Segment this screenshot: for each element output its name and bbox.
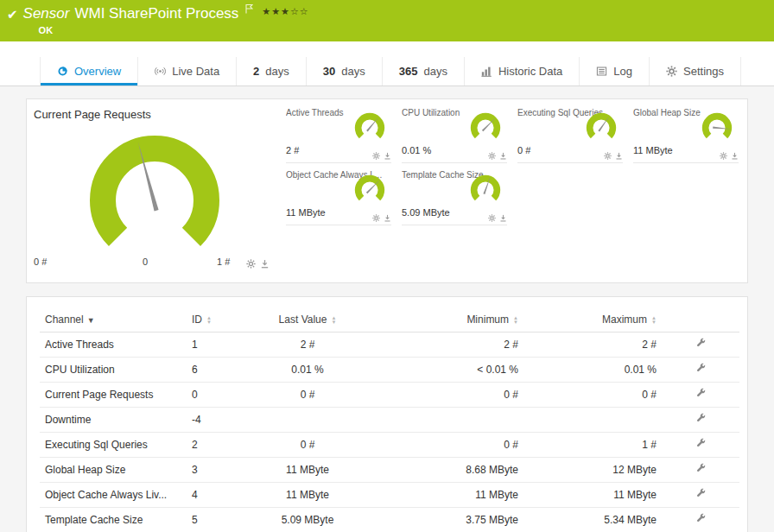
tab-log[interactable]: Log (580, 57, 650, 86)
last-value: 5.09 MByte (256, 508, 359, 532)
last-value: 11 MByte (256, 483, 359, 508)
tab-label: days (423, 65, 447, 78)
channel-settings-icon[interactable] (695, 438, 707, 449)
minimum-value (359, 408, 523, 433)
column-label: Maximum (602, 314, 647, 326)
mini-gauge (350, 111, 390, 147)
channel-id: 2 (187, 433, 256, 458)
primary-gauge-block: Current Page Requests 0 # 0 1 # (27, 99, 286, 282)
column-header-last-value[interactable]: Last Value▲▼ (256, 306, 359, 332)
maximum-value: 2 # (523, 332, 662, 358)
gauge-settings-icon[interactable] (720, 152, 727, 160)
tab-2-days[interactable]: 2days (237, 57, 307, 86)
mini-gauge-cell: Object Cache Always L... 11 MByte (286, 170, 391, 225)
tab-overview[interactable]: Overview (40, 57, 138, 86)
channel-name: Current Page Requests (40, 383, 187, 408)
gauge-settings-icon[interactable] (372, 214, 380, 222)
live-data-icon (155, 66, 166, 77)
gauge-download-icon[interactable] (731, 152, 739, 160)
column-header-id[interactable]: ID▲▼ (187, 306, 256, 332)
channel-name: CPU Utilization (40, 358, 187, 383)
channels-panel: Channel▼ ID▲▼ Last Value▲▼ Minimum▲▼ Max… (26, 296, 748, 532)
minimum-value: 2 # (359, 332, 523, 358)
primary-gauge (60, 124, 250, 254)
column-header-channel[interactable]: Channel▼ (40, 306, 187, 332)
column-label: Minimum (466, 314, 509, 326)
mini-gauge (697, 111, 737, 147)
mini-gauge-value: 5.09 MByte (402, 207, 450, 218)
maximum-value: 11 MByte (523, 483, 662, 508)
channel-id: 0 (187, 383, 256, 408)
table-row: Executing Sql Queries 2 0 # 0 # 1 # (40, 433, 739, 458)
channel-name: Object Cache Always Liv... (40, 483, 187, 508)
tab-settings[interactable]: Settings (650, 57, 741, 86)
maximum-value: 0 # (523, 383, 662, 408)
gauge-settings-icon[interactable] (372, 152, 380, 160)
flag-icon[interactable] (245, 2, 253, 17)
tab-historic-data[interactable]: Historic Data (465, 57, 580, 86)
gauge-download-icon[interactable] (384, 152, 391, 160)
channel-settings-icon[interactable] (695, 413, 707, 424)
table-row: CPU Utilization 6 0.01 % < 0.01 % 0.01 % (40, 358, 739, 383)
maximum-value: 0.01 % (523, 358, 662, 383)
mini-gauge-cell: CPU Utilization 0.01 % (402, 108, 507, 163)
sort-icon: ▲▼ (513, 316, 518, 325)
gauge-download-icon[interactable] (499, 214, 507, 222)
gauge-settings-icon[interactable] (246, 259, 256, 269)
table-row: Global Heap Size 3 11 MByte 8.68 MByte 1… (40, 458, 739, 483)
mini-gauge (466, 111, 505, 147)
channel-name: Template Cache Size (40, 508, 187, 532)
table-row: Template Cache Size 5 5.09 MByte 3.75 MB… (40, 508, 739, 532)
priority-stars[interactable]: ★★★☆☆ (262, 6, 308, 17)
column-header-minimum[interactable]: Minimum▲▼ (359, 306, 523, 332)
status-badge: OK (39, 25, 309, 35)
channel-id: 1 (187, 332, 256, 358)
gauge-settings-icon[interactable] (604, 152, 612, 160)
table-row: Active Threads 1 2 # 2 # 2 # (40, 332, 739, 358)
sensor-overview-content: Current Page Requests 0 # 0 1 # Active T… (0, 86, 774, 532)
channel-id: 6 (187, 358, 256, 383)
maximum-value (523, 408, 662, 433)
gauge-download-icon[interactable] (384, 214, 391, 222)
column-label: Channel (45, 314, 84, 326)
tab-number: 2 (253, 65, 259, 78)
tab-30-days[interactable]: 30days (307, 57, 383, 86)
column-label: Last Value (279, 314, 327, 326)
mini-gauge-cell: Template Cache Size 5.09 MByte (402, 170, 507, 225)
channel-settings-icon[interactable] (695, 388, 707, 399)
channel-id: 4 (187, 483, 256, 508)
sort-icon: ▲▼ (206, 316, 212, 325)
channel-settings-icon[interactable] (695, 513, 707, 524)
sensor-header: ✔ Sensor WMI SharePoint Process ★★★☆☆ OK (0, 0, 774, 41)
primary-gauge-title: Current Page Requests (34, 108, 286, 121)
last-value: 11 MByte (256, 458, 359, 483)
column-header-maximum[interactable]: Maximum▲▼ (523, 306, 662, 332)
gauge-settings-icon[interactable] (488, 152, 496, 160)
table-row: Current Page Requests 0 0 # 0 # 0 # (40, 383, 739, 408)
tab-label: Log (613, 65, 632, 78)
gauge-settings-icon[interactable] (488, 214, 496, 222)
minimum-value: 11 MByte (359, 483, 523, 508)
minimum-value: < 0.01 % (359, 358, 523, 383)
tab-label: days (265, 65, 289, 78)
table-row: Downtime -4 (40, 408, 739, 433)
column-label: ID (192, 314, 202, 326)
tab-number: 30 (323, 65, 335, 78)
tab-365-days[interactable]: 365days (383, 57, 465, 86)
channels-table: Channel▼ ID▲▼ Last Value▲▼ Minimum▲▼ Max… (40, 306, 739, 532)
channel-settings-icon[interactable] (695, 338, 707, 349)
maximum-value: 5.34 MByte (523, 508, 662, 532)
gauge-download-icon[interactable] (260, 259, 270, 269)
mini-gauge-cell: Global Heap Size 11 MByte (633, 108, 739, 163)
tab-label: Historic Data (498, 65, 562, 78)
channel-settings-icon[interactable] (695, 463, 707, 474)
sensor-title-block: Sensor WMI SharePoint Process ★★★☆☆ OK (23, 5, 309, 35)
tab-live-data[interactable]: Live Data (138, 57, 237, 86)
channel-settings-icon[interactable] (695, 488, 707, 499)
channel-settings-icon[interactable] (695, 363, 707, 374)
gauge-download-icon[interactable] (499, 152, 507, 160)
mini-gauge-cell: Active Threads 2 # (286, 108, 391, 163)
tab-label: days (341, 65, 365, 78)
gauge-download-icon[interactable] (615, 152, 623, 160)
settings-icon (666, 66, 677, 77)
